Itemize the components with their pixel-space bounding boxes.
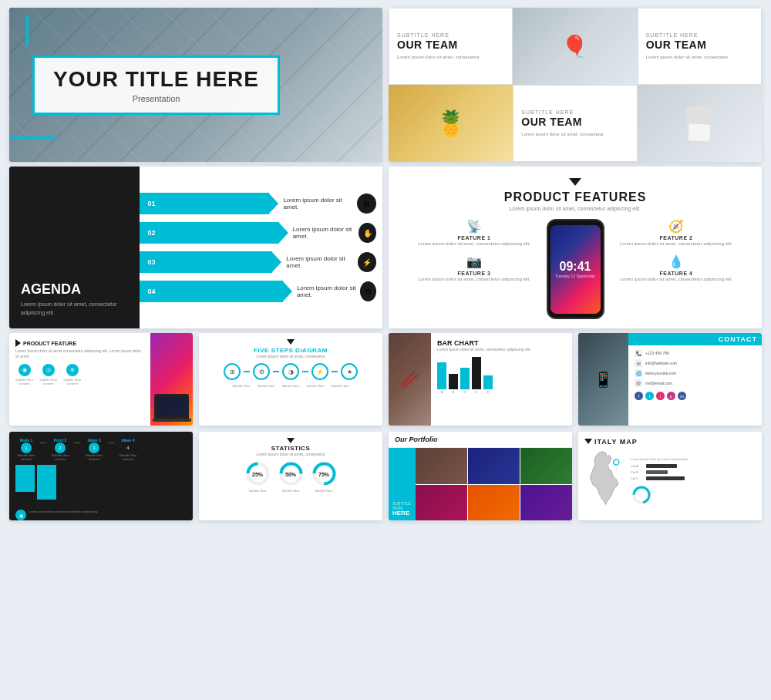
agenda-item-1: 01 Lorem ipsum dolor sit amet. ⊞ bbox=[140, 191, 382, 216]
process-node-2: Point 2 2 Subtitle Here sit amet bbox=[49, 438, 71, 461]
st-portfolio-layout: Our Portfolio SUBTITLE HERE HERE bbox=[389, 432, 572, 520]
node-connector-1 bbox=[40, 443, 46, 443]
map-bar-fill-1 bbox=[646, 464, 677, 468]
mail-icon: @ bbox=[635, 379, 642, 387]
agenda-icon-2: ✋ bbox=[359, 223, 376, 243]
laptop-shape bbox=[154, 394, 189, 419]
node-circle-2: 2 bbox=[55, 443, 66, 453]
step-circle-4: ⚡ bbox=[311, 363, 328, 380]
port-main: HERE bbox=[392, 510, 412, 517]
team-body-1: Lorem ipsum dolor sit amet, consectetur bbox=[397, 54, 504, 60]
contact-header: CONTACT bbox=[628, 333, 762, 345]
process-node-3: Ideas 3 3 Subtitle Here sit amet bbox=[83, 438, 105, 461]
team-body-2: Lorem ipsum dolor sit amet, consectetur bbox=[646, 54, 753, 60]
team-photo-pineapple bbox=[389, 85, 513, 162]
contact-web: www.yoursite.com bbox=[645, 371, 676, 375]
agenda-icon-4: ⚙ bbox=[360, 281, 377, 301]
node-circle-1: 1 bbox=[21, 443, 32, 453]
agenda-bar-3: 03 bbox=[140, 251, 272, 273]
agenda-num-3: 03 bbox=[147, 258, 155, 266]
stat-donut-3: 75% bbox=[311, 460, 338, 487]
bar-item-1: A bbox=[437, 362, 446, 394]
stat-pct-1: 25% bbox=[252, 471, 263, 476]
map-title: ITALY MAP bbox=[594, 438, 638, 446]
feature-4-text: Lorem ipsum dolor sit amet, consectetur … bbox=[620, 276, 732, 282]
slide-statistics: STATISTICS Lorem ipsum dolor sit amet, c… bbox=[199, 432, 382, 520]
bar-item-5: E bbox=[483, 375, 493, 394]
bar-chart-visual: A B C D bbox=[437, 355, 566, 394]
slide-portfolio: Our Portfolio SUBTITLE HERE HERE bbox=[389, 432, 572, 520]
map-legend: Lorem ipsum dolor sit amet et consectetu… bbox=[631, 457, 756, 461]
agenda-icon-1: ⊞ bbox=[357, 194, 376, 214]
contact-row-4: @ me@email.com bbox=[635, 379, 756, 387]
portfolio-title: Our Portfolio bbox=[395, 436, 566, 443]
feature-1: 📡 FEATURE 1 Lorem ipsum dolor sit amet, … bbox=[404, 219, 544, 247]
agenda-bar-2: 02 bbox=[140, 222, 278, 244]
stat-donut-1: 25% bbox=[244, 460, 271, 487]
port-img-2 bbox=[468, 448, 520, 484]
agenda-bar-1: 01 bbox=[140, 193, 269, 214]
italy-map-svg bbox=[584, 449, 627, 517]
team-photo-balloon bbox=[513, 8, 637, 85]
stat-pct-2: 50% bbox=[285, 471, 296, 476]
email-icon: ✉ bbox=[635, 359, 642, 367]
bar-item-2: B bbox=[449, 374, 458, 394]
team-title-1: OUR TEAM bbox=[397, 39, 504, 51]
pinterest-icon: p bbox=[667, 392, 675, 400]
feature-3-label: FEATURE 3 bbox=[458, 271, 491, 276]
sf-icon-label-1: Subtitle Heresit amet bbox=[15, 378, 33, 385]
st-stats-layout: STATISTICS Lorem ipsum dolor sit amet, c… bbox=[199, 432, 382, 520]
sf-barchart-layout: 🥢 BAR CHART Lorem ipsum dolor sit amet, … bbox=[389, 333, 572, 426]
map-triangle-icon bbox=[584, 439, 592, 444]
sf-prod-icon-1: ◉ Subtitle Heresit amet bbox=[15, 364, 33, 385]
bar-rect-4 bbox=[472, 357, 481, 389]
st-map-layout: ITALY MAP Lorem ipsum dolor sit amet et … bbox=[578, 432, 762, 520]
node-connector-2 bbox=[74, 443, 80, 443]
process-bars bbox=[15, 465, 187, 507]
slide-product-feature-small: PRODUCT FEATURE Lorem ipsum dolor sit am… bbox=[9, 333, 193, 426]
process-nodes: Node 1 1 Subtitle Here sit amet Point 2 … bbox=[15, 438, 187, 461]
map-donut-svg bbox=[631, 484, 652, 506]
st-process-layout: Node 1 1 Subtitle Here sit amet Point 2 … bbox=[9, 432, 193, 520]
team-title-2: OUR TEAM bbox=[646, 39, 753, 51]
process-bar-4 bbox=[80, 465, 99, 496]
sf-contact-info-panel: CONTACT 📞 +123 456 789 ✉ info@website.co… bbox=[628, 333, 762, 426]
bar-x-3: C bbox=[464, 390, 466, 394]
features-grid: 📡 FEATURE 1 Lorem ipsum dolor sit amet, … bbox=[404, 219, 746, 319]
sf-icon-circle-2: ◎ bbox=[42, 364, 55, 376]
features-subtitle: Lorem ipsum dolor sit amet, consectetur … bbox=[510, 206, 641, 211]
bar-item-3: C bbox=[460, 368, 470, 394]
features-title: PRODUCT FEATURES bbox=[504, 190, 647, 204]
steps-labels-row: Subtitle Here Subtitle Here Subtitle Her… bbox=[231, 384, 351, 388]
port-img-5 bbox=[468, 485, 520, 521]
sf-barchart-info: BAR CHART Lorem ipsum dolor sit amet, co… bbox=[431, 333, 572, 426]
process-bar-1 bbox=[15, 465, 35, 492]
node-circle-3: 3 bbox=[89, 443, 99, 453]
map-title-row: ITALY MAP bbox=[584, 438, 756, 446]
bar-x-2: B bbox=[453, 390, 455, 394]
feature-3-text: Lorem ipsum dolor sit amet, consectetur … bbox=[418, 276, 530, 282]
agenda-bar-4: 04 bbox=[140, 281, 283, 302]
sf-barchart-photo: 🥢 bbox=[389, 333, 431, 426]
portfolio-header: Our Portfolio bbox=[389, 432, 572, 448]
slide-process: Node 1 1 Subtitle Here sit amet Point 2 … bbox=[9, 432, 193, 520]
step-circle-3: ◑ bbox=[282, 363, 299, 380]
bar-x-4: D bbox=[476, 390, 478, 394]
process-node-4: Ideas 4 4 Subtitle Here sit amet bbox=[117, 438, 139, 461]
map-bar-cat-2: Cat B bbox=[631, 470, 645, 474]
slide-five-steps: FIVE STEPS DIAGRAM Lorem ipsum dolor sit… bbox=[199, 333, 382, 426]
web-icon: 🌐 bbox=[635, 369, 642, 377]
laptop-container bbox=[153, 394, 191, 422]
step-connector-4 bbox=[332, 371, 338, 372]
social-icons-row: f t i p in bbox=[635, 392, 756, 400]
map-content-area: Lorem ipsum dolor sit amet et consectetu… bbox=[584, 449, 756, 517]
stat-item-2: 50% Subtitle Here bbox=[278, 460, 305, 493]
triangle-icon bbox=[569, 178, 581, 186]
phone-icon: 📞 bbox=[635, 349, 642, 357]
port-img-1 bbox=[416, 448, 467, 484]
port-img-6 bbox=[520, 485, 572, 521]
slide-title: YOUR TITLE HERE Presentation bbox=[9, 8, 382, 162]
product-arrow-icon bbox=[15, 339, 21, 347]
sf-contact-photo: 📱 bbox=[578, 333, 628, 426]
contact-title: CONTACT bbox=[633, 335, 757, 343]
